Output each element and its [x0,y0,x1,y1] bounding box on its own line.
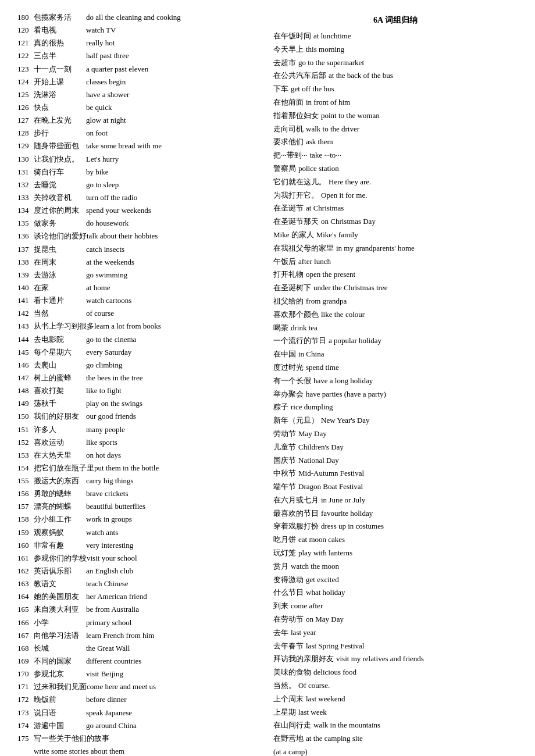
phrase-en: have a long holiday [313,375,373,387]
phrase-en: visit my relatives and friends [336,653,424,665]
entry-cn: 长城 [34,643,86,654]
entry-cn: 来自澳大利亚 [34,604,86,615]
phrase-cn: 最喜欢的节日 [273,508,319,520]
list-item: 在圣诞节那天on Christmas Day [273,216,518,228]
entry-en: our good friends [86,411,262,422]
entry-en: every Saturday [86,347,262,358]
entry-num: 146 [17,359,34,371]
phrase-en: point to the woman [321,110,380,122]
entry-en: speak Japanese [86,707,262,719]
phrase-cn: 拜访我的亲朋好友 [273,653,334,665]
list-item: 一个流行的节日a popular holiday [273,335,518,347]
list-item: 走向司机walk to the driver [273,123,518,135]
entry-num: 152 [17,437,34,448]
list-item: 154把它们放在瓶子里put them in the bottle [17,462,262,474]
entry-cn: 洗淋浴 [34,89,86,101]
list-item: 喝茶drink tea [273,322,518,334]
phrase-en: after lunch [298,256,331,268]
list-item: 135做家务do housework [17,217,262,229]
entry-num: 139 [17,269,34,281]
list-item: 120看电视watch TV [17,24,262,36]
list-item: 今天早上this morning [273,44,518,56]
entry-num: 164 [17,591,34,602]
phrase-cn: 走向司机 [273,123,304,135]
entry-en: on foot [86,127,262,139]
list-item: 在中国in China [273,348,518,361]
phrase-cn: 国庆节 [273,455,296,467]
list-item: 160非常有趣very interesting [17,540,262,551]
list-item: 151许多人many people [17,424,262,436]
phrase-cn: 打开礼物 [273,269,304,281]
section-title: 6A 词组归纳 [273,15,518,26]
entry-num: 137 [17,244,34,255]
entry-cn: 过来和我们见面 [34,681,87,693]
entry-cn: 树上的蜜蜂 [34,372,86,384]
list-item: 171过来和我们见面come here and meet us [17,681,262,693]
phrase-en: walk in the mountains [313,719,380,732]
phrase-en: Mike's family [316,229,358,241]
phrase-en: New Year's Day [321,415,370,427]
phrase-cn: 在圣诞节 [273,202,304,215]
list-item: 在他前面in front of him [273,97,518,109]
entry-en: watch cartoons [86,295,262,306]
entry-en: carry big things [86,475,262,487]
phrase-en: at the camping site [306,733,363,745]
list-item: 穿着戏服打扮dress up in costumes [273,520,518,533]
phrase-en: National Day [298,455,339,467]
phrase-en: have parties (have a party) [306,388,386,401]
list-item: 警察局police station [273,163,518,175]
entry-num: 144 [17,334,34,345]
list-item: 上星期last week [273,707,518,719]
list-item: 最喜欢的节日favourite holiday [273,508,518,520]
entry-num: 173 [17,707,34,719]
entry-num: 121 [17,37,34,49]
list-item: 劳动节May Day [273,428,518,440]
entry-cn: 不同的国家 [34,655,86,667]
list-item: 170参观北京visit Beijing [17,668,262,680]
phrase-en: Dragon Boat Festival [298,481,363,493]
entry-en: do all the cleaning and cooking [86,12,262,23]
list-item: 175写一些关于他们的故事 [17,733,262,744]
entry-cn: 小学 [34,617,86,629]
entry-num: 153 [17,450,34,461]
list-item: 美味的食物delicious food [273,666,518,679]
list-item: 167向他学习法语learn French from him [17,630,262,641]
entry-cn: 在大热天里 [34,450,86,461]
entry-cn: 每个星期六 [34,347,86,358]
entry-cn: 捉昆虫 [34,244,86,255]
list-item: 度过时光spend time [273,362,518,374]
list-item: (at a camp) [273,746,518,756]
phrase-en: in front of him [306,97,350,109]
list-item: 粽子rice dumpling [273,401,518,413]
list-item: 142当然of course [17,308,262,319]
phrase-en: like the colour [321,309,365,321]
phrase-cn: 美味的食物 [273,666,311,679]
list-item: 139去游泳go swimming [17,269,262,281]
list-item: 146去爬山go climbing [17,359,262,371]
phrase-en: come after [291,600,323,612]
entry-cn: 把它们放在瓶子里 [34,462,94,474]
phrase-cn: 赏月 [273,561,288,573]
phrase-cn: 儿童节 [273,441,296,454]
list-item: 155搬运大的东西carry big things [17,475,262,487]
list-item: 125洗淋浴have a shower [17,89,262,101]
phrase-cn: 今天早上 [273,44,304,56]
entry-cn: 向他学习法语 [34,630,86,641]
list-item: 124开始上课classes begin [17,76,262,88]
list-item: Mike 的家人Mike's family [273,229,518,241]
phrase-en: get off the bus [291,83,334,95]
entry-en: go around China [86,720,262,732]
entry-cn: 看卡通片 [34,295,86,306]
entry-en: like to fight [86,385,262,397]
phrase-cn: 新年（元旦） [273,415,319,427]
phrase-en: go to the supermarket [298,57,364,69]
entry-num: 168 [17,643,34,654]
list-item: 173说日语speak Japanese [17,707,262,719]
list-item: 149荡秋千play on the swings [17,398,262,409]
list-item: 172晚饭前before dinner [17,694,262,705]
list-item: 174游遍中国go around China [17,720,262,732]
phrase-cn: 举办聚会 [273,388,304,401]
entry-cn: 搬运大的东西 [34,475,86,487]
entry-cn: 英语俱乐部 [34,565,86,577]
list-item: 在公共汽车后部at the back of the bus [273,70,518,82]
